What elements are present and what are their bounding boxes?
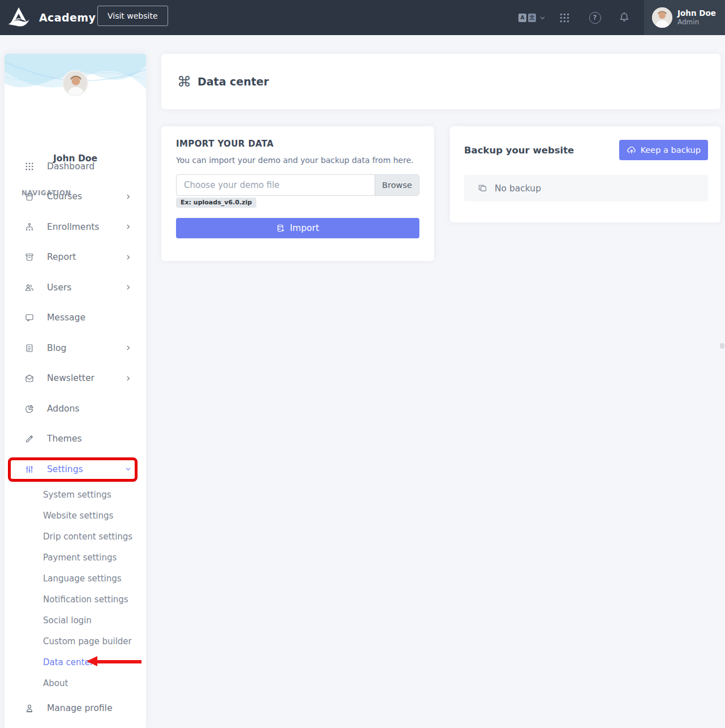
keep-backup-label: Keep a backup — [641, 145, 701, 155]
sidebar-item-report[interactable]: Report — [5, 242, 146, 273]
message-icon — [24, 312, 35, 323]
topbar-profile[interactable]: John Doe Admin — [644, 0, 725, 35]
enrollments-icon — [24, 222, 35, 232]
page-title: Data center — [198, 75, 269, 88]
sidebar-item-blog[interactable]: Blog — [5, 333, 146, 363]
submenu-item-social-login[interactable]: Social login — [5, 610, 146, 631]
submenu-item-data-center[interactable]: Data center — [5, 652, 146, 673]
sidebar-item-label: Addons — [47, 404, 131, 414]
import-data-card: IMPORT YOUR DATA You can import your dem… — [161, 126, 434, 261]
backup-card-title: Backup your website — [464, 145, 574, 156]
file-example-hint: Ex: uploads_v6.0.zip — [176, 198, 256, 208]
chevron-right-icon — [125, 284, 131, 290]
chevron-right-icon — [125, 375, 131, 382]
chevron-right-icon — [125, 254, 131, 260]
sidebar-item-addons[interactable]: Addons — [5, 393, 146, 424]
file-picker: Browse — [176, 174, 419, 196]
sidebar-item-label: Users — [47, 282, 125, 293]
translate-cjk-icon: 文 — [528, 14, 536, 22]
avatar — [62, 70, 88, 96]
translate-latin-icon: A — [518, 14, 526, 22]
no-backup-row: No backup — [464, 175, 708, 202]
chevron-right-icon — [125, 224, 131, 230]
avatar — [652, 7, 672, 28]
sidebar-item-label: Courses — [47, 191, 125, 202]
page-header-card: ⌘ Data center — [161, 54, 720, 109]
browse-button[interactable]: Browse — [375, 175, 419, 195]
visit-website-button[interactable]: Visit website — [97, 6, 168, 26]
import-card-description: You can import your demo and your backup… — [176, 156, 419, 165]
language-switcher[interactable]: A 文 — [518, 0, 546, 35]
addons-icon — [24, 404, 35, 414]
help-icon[interactable]: ? — [586, 0, 603, 35]
grid-dots-icon — [24, 161, 35, 172]
academy-logo-icon — [6, 5, 32, 31]
sidebar-item-label: Blog — [47, 343, 125, 353]
blog-icon — [24, 343, 35, 353]
sidebar-item-message[interactable]: Message — [5, 303, 146, 333]
submenu-item-about[interactable]: About — [5, 673, 146, 693]
import-button-label: Import — [290, 223, 319, 233]
backup-card: Backup your website Keep a backup No bac… — [450, 126, 720, 222]
submenu-item-system-settings[interactable]: System settings — [5, 484, 146, 505]
chevron-right-icon — [125, 345, 131, 351]
user-name: John Doe — [677, 8, 716, 18]
sidebar-item-label: Manage profile — [47, 703, 131, 713]
command-icon: ⌘ — [177, 75, 191, 89]
sidebar-item-label: Message — [47, 312, 131, 323]
notifications-bell-icon[interactable] — [616, 0, 633, 35]
chevron-down-icon — [125, 466, 131, 472]
manage-profile-row: Manage profile — [5, 693, 146, 723]
sidebar-item-settings[interactable]: Settings — [5, 454, 146, 485]
sidebar-item-label: Enrollments — [47, 222, 125, 232]
submenu-item-drip-content-settings[interactable]: Drip content settings — [5, 526, 146, 547]
sidebar-item-label: Report — [47, 252, 125, 262]
sliders-icon — [24, 464, 35, 474]
topbar: Academy Visit website A 文 ? — [0, 0, 725, 35]
import-button[interactable]: Import — [176, 218, 419, 238]
sidebar-item-themes[interactable]: Themes — [5, 424, 146, 455]
sidebar-item-enrollments[interactable]: Enrollments — [5, 212, 146, 242]
sidebar-item-label: Dashboard — [47, 161, 131, 172]
demo-file-input[interactable] — [177, 175, 375, 195]
submenu-item-payment-settings[interactable]: Payment settings — [5, 547, 146, 568]
chevron-down-icon — [539, 15, 546, 21]
database-import-icon — [276, 224, 285, 233]
no-backup-text: No backup — [495, 183, 541, 194]
sidebar-item-newsletter[interactable]: Newsletter — [5, 363, 146, 394]
newsletter-icon — [24, 373, 35, 383]
sidebar-item-manage-profile[interactable]: Manage profile — [5, 693, 146, 723]
settings-submenu: System settings Website settings Drip co… — [5, 484, 146, 693]
courses-icon — [24, 191, 35, 202]
scrollbar-thumb[interactable] — [720, 343, 724, 349]
sidebar-item-users[interactable]: Users — [5, 272, 146, 303]
apps-grid-icon[interactable] — [556, 0, 573, 35]
submenu-item-custom-page-builder[interactable]: Custom page builder — [5, 631, 146, 652]
report-icon — [24, 252, 35, 262]
themes-icon — [24, 434, 35, 444]
sidebar: John Doe NAVIGATION Dashboard Courses — [5, 54, 146, 728]
sidebar-nav: Dashboard Courses — [5, 151, 146, 485]
sidebar-item-dashboard[interactable]: Dashboard — [5, 151, 146, 182]
brand-title: Academy — [39, 0, 96, 35]
submenu-item-language-settings[interactable]: Language settings — [5, 568, 146, 589]
keep-backup-button[interactable]: Keep a backup — [619, 140, 708, 160]
submenu-item-website-settings[interactable]: Website settings — [5, 505, 146, 526]
sidebar-item-courses[interactable]: Courses — [5, 182, 146, 212]
user-role: Admin — [677, 18, 716, 27]
manage-profile-icon — [24, 703, 35, 713]
sidebar-item-label: Settings — [47, 464, 125, 474]
users-icon — [24, 282, 35, 293]
chevron-right-icon — [125, 194, 131, 200]
sidebar-item-label: Themes — [47, 434, 131, 444]
cloud-backup-icon — [627, 145, 637, 155]
submenu-item-notification-settings[interactable]: Notification settings — [5, 589, 146, 610]
copy-icon — [477, 183, 488, 194]
sidebar-item-label: Newsletter — [47, 373, 125, 383]
import-card-title: IMPORT YOUR DATA — [176, 139, 419, 149]
